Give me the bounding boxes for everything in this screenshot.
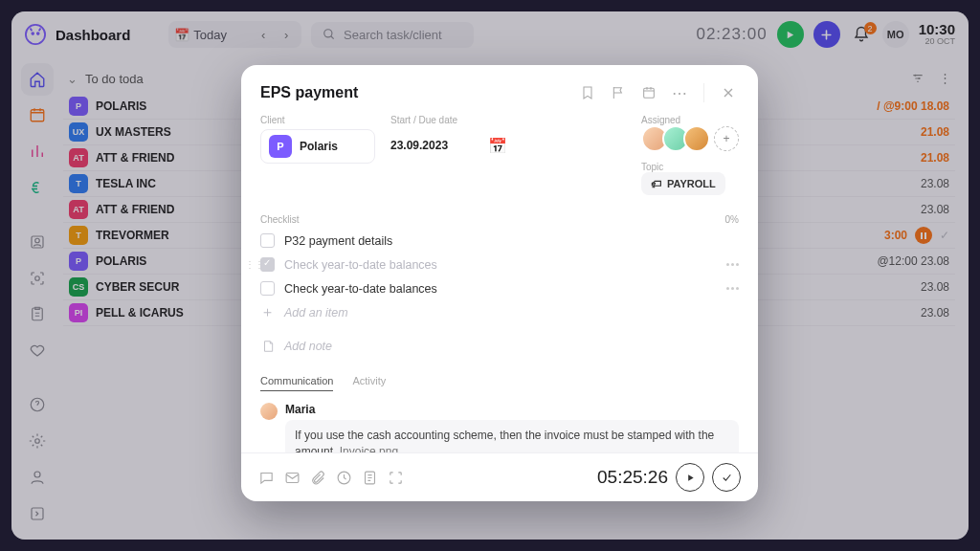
- comment-attachment[interactable]: Invoice.png: [340, 445, 398, 452]
- topic-pill[interactable]: 🏷 PAYROLL: [641, 172, 725, 195]
- date-field[interactable]: 23.09.2023 📅: [390, 129, 515, 162]
- comment-avatar: [260, 403, 278, 420]
- item-more[interactable]: [726, 263, 739, 266]
- client-field[interactable]: P Polaris: [260, 129, 375, 164]
- tab-activity[interactable]: Activity: [352, 375, 386, 391]
- comment-author: Maria: [285, 403, 739, 416]
- schedule-icon[interactable]: [638, 82, 659, 103]
- assigned-avatars[interactable]: +: [641, 125, 739, 152]
- modal-done-button[interactable]: [712, 463, 741, 492]
- checklist-item[interactable]: Check year-to-date balances: [260, 276, 739, 300]
- mail-icon[interactable]: [284, 470, 301, 486]
- tag-icon: 🏷: [651, 178, 661, 189]
- checklist-text: P32 payment details: [284, 234, 392, 248]
- bookmark-icon[interactable]: [577, 82, 598, 103]
- client-name: Polaris: [300, 140, 338, 153]
- calendar-icon: 📅: [488, 137, 507, 155]
- more-icon[interactable]: ⋯: [669, 82, 690, 103]
- add-note-button[interactable]: Add note: [260, 334, 739, 358]
- add-item-button[interactable]: ＋ Add an item: [260, 300, 739, 324]
- document-icon[interactable]: [362, 470, 378, 486]
- attachment-icon[interactable]: [310, 470, 326, 486]
- svg-rect-15: [644, 88, 655, 98]
- expand-icon[interactable]: [388, 470, 404, 486]
- checklist-percent: 0%: [725, 214, 739, 225]
- assigned-label: Assigned: [641, 115, 739, 125]
- item-more[interactable]: [726, 287, 739, 290]
- checklist-text: Check year-to-date balances: [284, 258, 437, 272]
- checklist-text: Check year-to-date balances: [284, 282, 437, 296]
- checkbox[interactable]: [260, 233, 275, 248]
- close-icon[interactable]: [718, 82, 739, 103]
- avatar[interactable]: [683, 125, 710, 152]
- chat-icon[interactable]: [258, 470, 275, 486]
- svg-rect-16: [286, 473, 299, 482]
- checklist-item[interactable]: P32 payment details: [260, 229, 739, 253]
- date-label: Start / Due date: [390, 115, 515, 125]
- modal-play-button[interactable]: [676, 463, 704, 492]
- add-assignee-button[interactable]: +: [714, 126, 739, 151]
- tab-communication[interactable]: Communication: [260, 375, 333, 391]
- checkbox[interactable]: [260, 281, 275, 296]
- flag-icon[interactable]: [608, 82, 629, 103]
- checklist-item[interactable]: ⋮⋮Check year-to-date balances: [260, 253, 739, 276]
- history-icon[interactable]: [336, 470, 352, 486]
- modal-timer: 05:25:26: [597, 467, 668, 488]
- client-tag: P: [269, 135, 292, 158]
- modal-title: EPS payment: [260, 84, 568, 101]
- checkbox[interactable]: [260, 257, 275, 272]
- checklist-label: Checklist: [260, 214, 300, 225]
- date-value: 23.09.2023: [390, 139, 448, 152]
- client-label: Client: [260, 115, 375, 125]
- plus-icon: ＋: [260, 305, 275, 320]
- comment-body: If you use the cash accounting scheme, t…: [285, 420, 739, 452]
- topic-label: Topic: [641, 162, 739, 172]
- task-modal: EPS payment ⋯ Client P Polaris Start / D…: [241, 65, 758, 501]
- note-icon: [260, 339, 275, 353]
- topic-value: PAYROLL: [667, 178, 716, 189]
